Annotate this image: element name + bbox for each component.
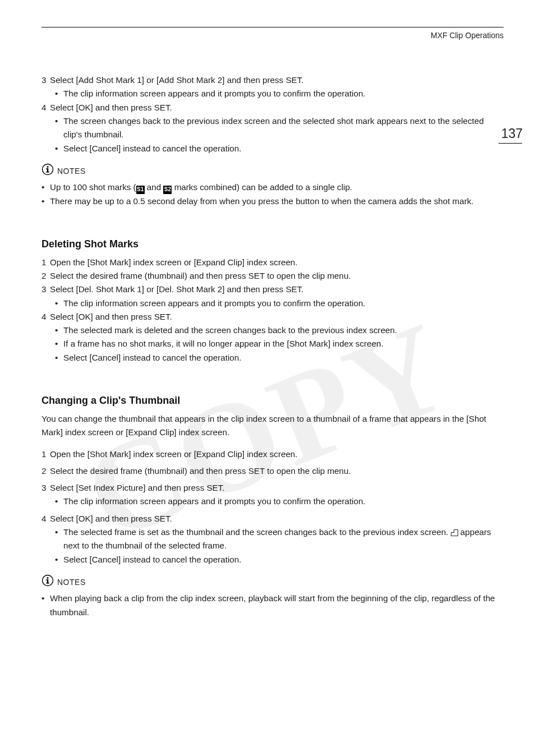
bullet-text: The clip information screen appears and … (63, 87, 504, 100)
bullet-text: The clip information screen appears and … (63, 297, 504, 310)
bullet-text: There may be up to a 0.5 second delay fr… (50, 195, 504, 208)
text-segment: marks combined) can be added to a single… (172, 182, 352, 192)
step-text: Select [OK] and then press SET. (50, 512, 504, 525)
bullet-text: The selected mark is deleted and the scr… (63, 324, 504, 337)
step-text: Open the [Shot Mark] index screen or [Ex… (50, 448, 504, 461)
bullet-dot: • (55, 87, 63, 100)
step-row: 2 Select the desired frame (thumbnail) a… (41, 464, 504, 478)
step-number: 3 (41, 73, 50, 87)
sub-bullet: • Select [Cancel] instead to cancel the … (55, 351, 504, 365)
bullet-text: If a frame has no shot marks, it will no… (63, 337, 504, 351)
subsection-heading: Changing a Clip's Thumbnail (41, 393, 504, 409)
bullet-dot: • (41, 181, 50, 194)
bullet-dot: • (55, 351, 63, 365)
page: COPY MXF Clip Operations 137 3 Select [A… (0, 0, 535, 756)
step-number: 3 (41, 481, 50, 495)
bullet-dot: • (55, 525, 63, 553)
step-text: Select [Add Shot Mark 1] or [Add Shot Ma… (50, 73, 504, 87)
svg-point-1 (47, 166, 49, 168)
bullet-dot: • (55, 114, 63, 142)
step-number: 4 (41, 101, 50, 114)
step-row: 1 Open the [Shot Mark] index screen or [… (41, 448, 504, 461)
sub-bullet: • The selected frame is set as the thumb… (55, 525, 504, 553)
step-text: Select the desired frame (thumbnail) and… (50, 269, 504, 283)
bullet-dot: • (41, 592, 50, 619)
bullet-text: The clip information screen appears and … (63, 495, 504, 508)
svg-rect-3 (46, 168, 48, 169)
bullet-dot: • (55, 324, 63, 337)
text-segment: The selected frame is set as the thumbna… (63, 527, 451, 537)
step-number: 3 (41, 283, 50, 296)
step-row: 4 Select [OK] and then press SET. (41, 310, 504, 324)
step-text: Select the desired frame (thumbnail) and… (50, 464, 504, 478)
step-number: 4 (41, 310, 50, 324)
bullet-dot: • (55, 337, 63, 351)
sub-bullet: • The clip information screen appears an… (55, 87, 504, 100)
sub-bullet: • The screen changes back to the previou… (55, 114, 504, 142)
step-row: 3 Select [Del. Shot Mark 1] or [Del. Sho… (41, 283, 504, 296)
bullet-text: Select [Cancel] instead to cancel the op… (63, 351, 504, 365)
step-row: 4 Select [OK] and then press SET. (41, 101, 504, 114)
notes-bullet: • Up to 100 shot marks (S1 and S2 marks … (41, 181, 504, 194)
text-segment: and (145, 182, 164, 192)
svg-rect-4 (46, 172, 49, 173)
svg-rect-8 (46, 579, 48, 580)
intro-paragraph: You can change the thumbnail that appear… (41, 412, 504, 440)
bullet-text: The selected frame is set as the thumbna… (63, 525, 504, 553)
notes-label: NOTES (57, 576, 86, 588)
notes-header: NOTES (41, 163, 504, 179)
header-rule (41, 27, 504, 27)
index-picture-icon (451, 529, 458, 536)
text-segment: Up to 100 shot marks ( (50, 182, 136, 192)
step-row: 1 Open the [Shot Mark] index screen or [… (41, 256, 504, 269)
step-number: 2 (41, 464, 50, 478)
sub-bullet: • The clip information screen appears an… (55, 495, 504, 508)
step-row: 3 Select [Add Shot Mark 1] or [Add Shot … (41, 73, 504, 87)
sub-bullet: • The selected mark is deleted and the s… (55, 324, 504, 337)
step-text: Select [Del. Shot Mark 1] or [Del. Shot … (50, 283, 504, 296)
bullet-dot: • (55, 142, 63, 155)
notes-header: NOTES (41, 574, 504, 591)
body-content: 3 Select [Add Shot Mark 1] or [Add Shot … (41, 73, 504, 619)
sub-bullet: • The clip information screen appears an… (55, 297, 504, 310)
shot-mark-1-icon: S1 (136, 186, 145, 194)
running-header: MXF Clip Operations (41, 31, 504, 40)
step-number: 2 (41, 269, 50, 283)
bullet-text: Up to 100 shot marks (S1 and S2 marks co… (50, 181, 504, 194)
bullet-text: Select [Cancel] instead to cancel the op… (63, 142, 504, 155)
sub-bullet: • If a frame has no shot marks, it will … (55, 337, 504, 351)
notes-label: NOTES (57, 165, 86, 177)
step-row: 3 Select [Set Index Picture] and then pr… (41, 481, 504, 495)
shot-mark-2-icon: S2 (163, 186, 172, 194)
notes-bullet: • There may be up to a 0.5 second delay … (41, 195, 504, 208)
bullet-dot: • (55, 495, 63, 508)
bullet-dot: • (55, 297, 63, 310)
bullet-text: Select [Cancel] instead to cancel the op… (63, 553, 504, 566)
sub-bullet: • Select [Cancel] instead to cancel the … (55, 142, 504, 155)
step-row: 2 Select the desired frame (thumbnail) a… (41, 269, 504, 283)
notes-bullet: • When playing back a clip from the clip… (41, 592, 504, 619)
step-number: 1 (41, 448, 50, 461)
step-text: Select [OK] and then press SET. (50, 101, 504, 114)
shot-mark-icons: S2 (163, 186, 172, 194)
section-title: MXF Clip Operations (431, 31, 504, 40)
bullet-text: The screen changes back to the previous … (63, 114, 504, 142)
step-number: 4 (41, 512, 50, 525)
svg-point-6 (47, 577, 49, 579)
shot-mark-icons: S1 (136, 186, 145, 194)
sub-bullet: • Select [Cancel] instead to cancel the … (55, 553, 504, 566)
bullet-text: When playing back a clip from the clip i… (50, 592, 504, 619)
step-text: Select [OK] and then press SET. (50, 310, 504, 324)
step-row: 4 Select [OK] and then press SET. (41, 512, 504, 525)
subsection-heading: Deleting Shot Marks (41, 236, 504, 252)
bullet-dot: • (55, 553, 63, 566)
info-icon (41, 574, 54, 591)
step-number: 1 (41, 256, 50, 269)
step-text: Select [Set Index Picture] and then pres… (50, 481, 504, 495)
bullet-dot: • (41, 195, 50, 208)
info-icon (41, 163, 54, 179)
svg-rect-9 (46, 583, 49, 584)
step-text: Open the [Shot Mark] index screen or [Ex… (50, 256, 504, 269)
